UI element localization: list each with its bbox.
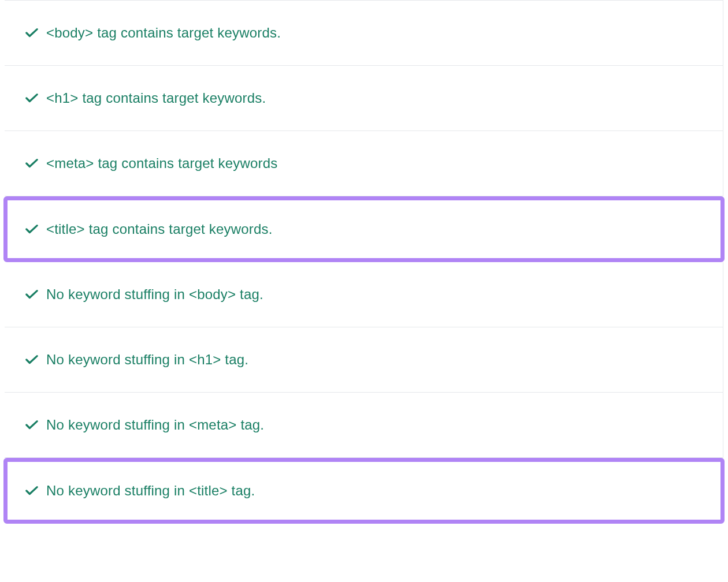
- checkmark-icon: [25, 419, 38, 431]
- checkmark-icon: [25, 288, 38, 301]
- checkmark-icon: [25, 92, 38, 105]
- check-row[interactable]: <body> tag contains target keywords.: [5, 0, 723, 66]
- check-label: No keyword stuffing in <meta> tag.: [46, 417, 264, 433]
- check-row[interactable]: No keyword stuffing in <h1> tag.: [5, 327, 723, 393]
- check-row-highlighted[interactable]: No keyword stuffing in <title> tag.: [3, 458, 725, 524]
- checkmark-icon: [25, 223, 38, 236]
- check-label: <h1> tag contains target keywords.: [46, 90, 266, 106]
- check-row-highlighted[interactable]: <title> tag contains target keywords.: [3, 196, 725, 262]
- check-row[interactable]: No keyword stuffing in <meta> tag.: [5, 393, 723, 458]
- checkmark-icon: [25, 157, 38, 170]
- check-label: No keyword stuffing in <title> tag.: [46, 483, 255, 499]
- check-label: No keyword stuffing in <h1> tag.: [46, 352, 248, 368]
- check-label: No keyword stuffing in <body> tag.: [46, 286, 263, 303]
- check-label: <title> tag contains target keywords.: [46, 221, 273, 237]
- check-label: <meta> tag contains target keywords: [46, 155, 278, 171]
- check-label: <body> tag contains target keywords.: [46, 25, 281, 41]
- check-row[interactable]: No keyword stuffing in <body> tag.: [5, 262, 723, 327]
- checkmark-icon: [25, 484, 38, 497]
- checkmark-icon: [25, 27, 38, 39]
- checkmark-icon: [25, 353, 38, 366]
- check-row[interactable]: <h1> tag contains target keywords.: [5, 66, 723, 131]
- check-row[interactable]: <meta> tag contains target keywords: [5, 131, 723, 196]
- seo-checks-list: <body> tag contains target keywords. <h1…: [0, 0, 728, 524]
